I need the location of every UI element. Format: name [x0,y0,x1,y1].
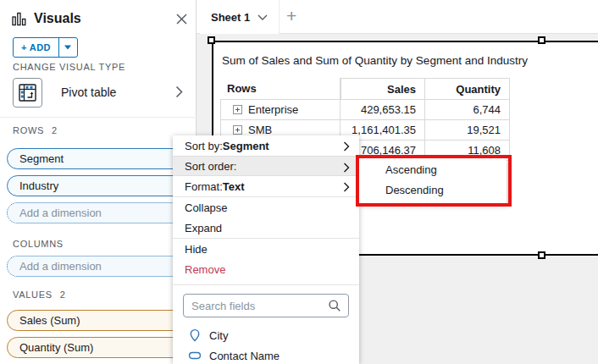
add-visual-caret-button[interactable] [58,38,77,57]
field-context-menu: Sort by: Segment Sort order: Format: Tex… [173,135,359,364]
field-pill-quantity-sum[interactable]: Quantity (Sum) [7,337,186,358]
pivot-header-rows[interactable]: Rows [220,78,341,100]
quantity-value: 6,744 [425,100,510,120]
dropzone-placeholder: Add a dimension [19,260,102,273]
pivot-header-row: Rows Sales Quantity [220,78,510,100]
menu-item-value: Segment [223,140,269,152]
chevron-right-icon [343,141,350,152]
field-name: Contact Name [209,350,280,362]
pill-label: Segment [19,152,64,165]
menu-item-collapse[interactable]: Collapse [173,197,359,218]
text-field-icon [188,349,202,362]
quantity-value: 19,521 [425,120,510,141]
menu-item-expand[interactable]: Expand [173,218,359,238]
chevron-down-icon[interactable] [257,14,268,20]
panel-divider [0,117,197,118]
rows-section-label: ROWS 2 [13,125,58,135]
sheet-tab-bar: Sheet 1 + [197,0,598,34]
tab-sheet-1[interactable]: Sheet 1 [200,0,280,34]
table-row: Enterprise 429,653.15 6,744 [220,100,510,120]
pivot-table-icon [19,84,36,102]
field-pill-segment[interactable]: Segment [7,148,186,169]
expand-icon[interactable] [233,105,242,114]
pill-label: Quantity (Sum) [19,341,93,354]
close-icon[interactable] [175,13,188,25]
search-fields-input[interactable] [183,294,349,317]
field-list-item-contact-name[interactable]: Contact Name [173,345,359,364]
menu-item-hide[interactable]: Hide [173,239,359,259]
resize-handle-top-middle[interactable] [538,36,545,44]
visual-type-label: Pivot table [61,85,116,99]
rows-label: ROWS [13,125,44,135]
panel-title: Visuals [34,11,81,26]
menu-item-sort-order[interactable]: Sort order: [173,156,359,176]
menu-divider [173,284,359,285]
search-icon [328,299,341,312]
pivot-header-quantity[interactable]: Quantity [425,78,510,100]
visuals-panel-header: Visuals [12,11,81,26]
add-dimension-dropzone[interactable]: Add a dimension [7,202,186,223]
field-list-item-city[interactable]: City [173,325,359,345]
add-dimension-dropzone[interactable]: Add a dimension [7,256,186,277]
columns-section-label: COLUMNS [13,239,64,249]
values-label: VALUES [13,290,53,300]
search-fields-wrap [183,294,349,317]
change-visual-type-label: CHANGE VISUAL TYPE [13,62,125,72]
field-pill-industry[interactable]: Industry [7,175,186,196]
field-pill-sales-sum[interactable]: Sales (Sum) [7,310,186,331]
pivot-header-sales[interactable]: Sales [341,78,425,100]
add-visual-split-button: + ADD [13,37,78,58]
submenu-item-ascending[interactable]: Ascending [359,160,507,180]
sheet-tab-label: Sheet 1 [211,11,250,24]
add-sheet-button[interactable]: + [286,7,296,25]
resize-handle-bottom-middle[interactable] [538,251,545,259]
values-section-label: VALUES 2 [13,290,66,300]
sort-order-submenu: Ascending Descending [359,158,507,204]
menu-item-remove[interactable]: Remove [173,259,359,279]
dropzone-placeholder: Add a dimension [19,207,102,219]
row-label: SMB [248,124,272,136]
field-name: City [209,329,228,342]
menu-item-label: Sort order: [185,160,236,173]
submenu-item-descending[interactable]: Descending [359,180,507,201]
chevron-right-icon [343,163,350,173]
visuals-panel: Visuals + ADD CHANGE VISUAL TYPE Pivot t… [0,0,197,364]
values-count: 2 [60,290,66,300]
add-visual-button[interactable]: + ADD [14,38,58,57]
pill-label: Sales (Sum) [19,314,80,327]
rows-count: 2 [52,125,58,135]
menu-item-value: Text [223,180,245,193]
bar-chart-icon [12,12,26,26]
caret-down-icon [64,45,72,50]
visual-title: Sum of Sales and Sum of Quantity by Segm… [222,54,528,67]
location-pin-icon [188,328,202,342]
pill-label: Industry [19,179,58,192]
pivot-table-type-button[interactable] [13,78,42,108]
menu-item-format[interactable]: Format: Text [173,176,359,196]
row-label: Enterprise [248,103,298,116]
expand-icon[interactable] [233,125,242,135]
sales-value: 429,653.15 [341,100,425,120]
menu-item-label: Format: [185,180,223,193]
resize-handle-top-left[interactable] [208,36,215,44]
chevron-right-icon [343,182,350,192]
menu-item-label: Sort by: [185,140,223,152]
chevron-right-icon[interactable] [175,85,183,98]
menu-item-sort-by[interactable]: Sort by: Segment [173,135,359,156]
